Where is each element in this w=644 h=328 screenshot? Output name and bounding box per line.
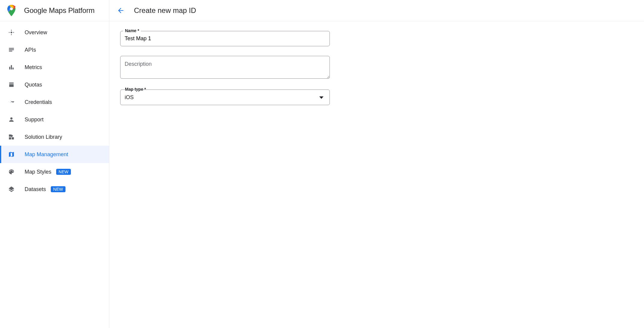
sidebar-item-support[interactable]: Support <box>0 111 109 128</box>
new-badge: NEW <box>56 169 71 175</box>
maptype-value: iOS <box>125 94 134 101</box>
sidebar-item-metrics[interactable]: Metrics <box>0 59 109 76</box>
layers-icon <box>7 185 16 193</box>
main-content: Create new map ID Name * Map type * iOS <box>109 0 644 328</box>
chevron-down-icon <box>319 95 324 100</box>
page-title: Create new map ID <box>134 6 196 15</box>
nav-label: Credentials <box>25 99 52 105</box>
maps-logo-icon <box>7 5 16 16</box>
description-field-wrap <box>120 56 330 80</box>
description-textarea[interactable] <box>120 56 330 79</box>
sidebar-item-credentials[interactable]: Credentials <box>0 93 109 111</box>
form-area: Name * Map type * iOS <box>109 21 341 124</box>
new-badge: NEW <box>51 186 65 192</box>
sidebar-item-quotas[interactable]: Quotas <box>0 76 109 93</box>
nav-label: Quotas <box>25 82 42 88</box>
sidebar-item-apis[interactable]: APIs <box>0 41 109 59</box>
palette-icon <box>7 168 16 176</box>
sidebar-item-datasets[interactable]: Datasets NEW <box>0 181 109 198</box>
overview-icon <box>7 28 16 37</box>
nav-label: Datasets <box>25 186 46 193</box>
nav-label: Solution Library <box>25 134 62 140</box>
sidebar-item-map-styles[interactable]: Map Styles NEW <box>0 163 109 181</box>
quotas-icon <box>7 80 16 89</box>
widgets-icon <box>7 133 16 141</box>
product-title: Google Maps Platform <box>24 6 95 15</box>
key-icon <box>7 98 16 106</box>
back-button[interactable] <box>117 6 125 15</box>
sidebar-item-map-management[interactable]: Map Management <box>0 146 109 163</box>
nav-label: Support <box>25 117 44 123</box>
nav-label: Overview <box>25 29 47 36</box>
metrics-icon <box>7 63 16 71</box>
sidebar-item-solution-library[interactable]: Solution Library <box>0 128 109 146</box>
name-field-wrap: Name * <box>120 31 330 46</box>
name-input[interactable] <box>120 31 330 46</box>
nav-label: Metrics <box>25 64 42 71</box>
nav-label: Map Styles <box>25 169 51 175</box>
sidebar: Google Maps Platform Overview APIs Metri… <box>0 0 109 328</box>
apis-icon <box>7 46 16 54</box>
main-header: Create new map ID <box>109 0 644 21</box>
name-label: Name * <box>123 28 141 33</box>
sidebar-header: Google Maps Platform <box>0 0 109 21</box>
map-icon <box>7 150 16 159</box>
sidebar-item-overview[interactable]: Overview <box>0 24 109 41</box>
nav-label: APIs <box>25 47 36 53</box>
arrow-left-icon <box>117 7 125 14</box>
maptype-select[interactable]: iOS <box>120 90 330 105</box>
maptype-field-wrap: Map type * iOS <box>120 90 330 105</box>
sidebar-nav: Overview APIs Metrics Quotas <box>0 21 109 200</box>
person-icon <box>7 115 16 124</box>
nav-label: Map Management <box>25 151 68 158</box>
svg-point-0 <box>10 7 13 10</box>
